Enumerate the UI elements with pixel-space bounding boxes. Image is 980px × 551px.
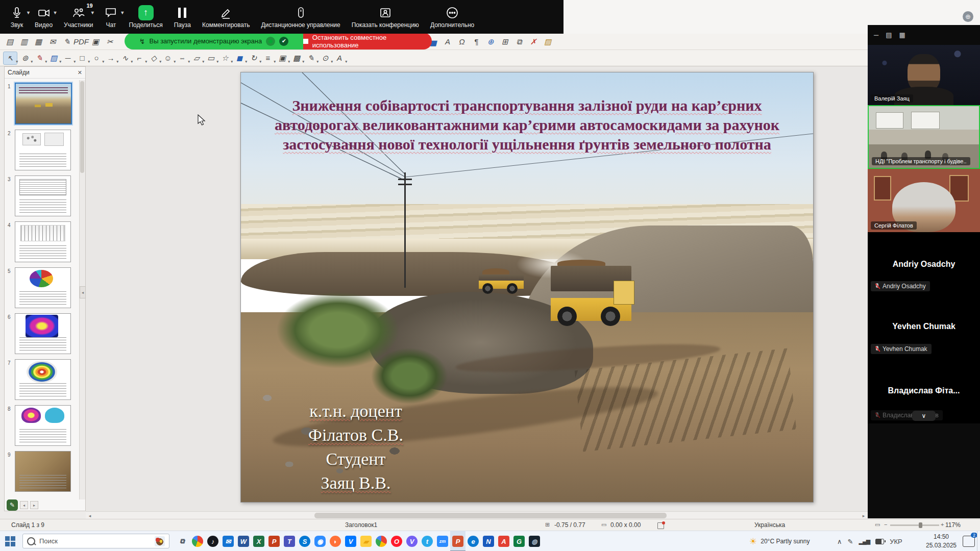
mail-app-icon[interactable]: ✉ bbox=[220, 531, 236, 551]
flowchart-icon[interactable]: ▱▾ bbox=[190, 52, 203, 64]
green-app-icon[interactable]: G bbox=[511, 531, 527, 551]
extrusion-icon[interactable]: ◼▾ bbox=[233, 52, 246, 64]
edit-mode-pencil-icon[interactable]: ✎ bbox=[7, 499, 18, 511]
rotate-icon[interactable]: ↻▾ bbox=[247, 52, 260, 64]
formatting-marks-icon[interactable]: ¶ bbox=[470, 36, 483, 48]
pen-icon[interactable]: ✎ bbox=[848, 538, 853, 545]
skype-icon[interactable]: S bbox=[297, 531, 312, 551]
chrome-icon[interactable] bbox=[374, 531, 389, 551]
audio-button[interactable]: ▾ Звук bbox=[7, 5, 27, 30]
table-icon[interactable]: ⊞ bbox=[498, 36, 511, 48]
powerpoint-icon[interactable]: P bbox=[266, 531, 282, 551]
scroll-left-icon[interactable]: ◂ bbox=[86, 512, 94, 519]
firefox-icon[interactable]: ◗ bbox=[328, 531, 343, 551]
video-tile[interactable]: Andriy Osadchy Andriy Osadchy bbox=[868, 232, 980, 294]
video-tile[interactable]: Yevhen Chumak Yevhen Chumak bbox=[868, 294, 980, 357]
zoom-in-icon[interactable]: + bbox=[941, 521, 944, 528]
scroll-right-icon[interactable]: ▸ bbox=[30, 501, 38, 509]
globe-icon[interactable]: ⊕ bbox=[963, 11, 973, 22]
pdf-app-icon[interactable]: A bbox=[496, 531, 511, 551]
excel-icon[interactable]: X bbox=[251, 531, 266, 551]
zoom-slider-thumb[interactable] bbox=[919, 522, 922, 528]
notes-app-icon[interactable]: N bbox=[481, 531, 496, 551]
arrange-icon[interactable]: ▣▾ bbox=[276, 52, 289, 64]
video-tile[interactable]: Валерій Заяц bbox=[868, 45, 980, 105]
annotate-button[interactable]: Комментировать bbox=[199, 5, 253, 30]
email-icon[interactable]: ✉ bbox=[46, 36, 59, 48]
line-color-icon[interactable]: ✎▾ bbox=[33, 52, 46, 64]
eye-icon[interactable]: ◉ bbox=[266, 37, 275, 46]
search-input[interactable]: Поиск bbox=[22, 534, 169, 548]
pause-share-button[interactable]: Пауза bbox=[171, 5, 194, 30]
slide-thumbnail-9[interactable]: 9 bbox=[5, 448, 79, 494]
select-icon[interactable]: ↖▾ bbox=[3, 52, 17, 65]
slide-thumbnail-4[interactable]: 4 bbox=[5, 219, 79, 265]
minimize-icon[interactable]: ─ bbox=[874, 31, 878, 39]
cut-icon[interactable]: ✂ bbox=[103, 36, 116, 48]
connector-tool-icon[interactable]: ⌐▾ bbox=[133, 52, 146, 64]
scroll-left-icon[interactable]: ◂ bbox=[20, 501, 28, 509]
video-tile-active-speaker[interactable]: НДІ "Проблем транспорту і будіве.. bbox=[868, 105, 980, 169]
music-app-icon[interactable]: ♪ bbox=[205, 531, 220, 551]
taskbar-clock[interactable]: 14:50 25.03.2025 bbox=[922, 533, 961, 550]
show-desktop-button[interactable] bbox=[977, 531, 980, 551]
panel-collapse-arrow[interactable]: ◂ bbox=[80, 286, 86, 298]
vk-icon[interactable]: V bbox=[343, 531, 358, 551]
chevron-up-icon[interactable]: ∧ bbox=[837, 538, 842, 545]
chevron-down-icon[interactable]: ∨ bbox=[912, 411, 936, 421]
start-button[interactable] bbox=[5, 536, 15, 546]
ellipse-tool-icon[interactable]: ○▾ bbox=[90, 52, 103, 64]
language-selector[interactable]: Українська bbox=[754, 521, 785, 529]
viber-icon[interactable]: V bbox=[404, 531, 420, 551]
slide-thumbnail-3[interactable]: 3 bbox=[5, 173, 79, 219]
zoom-level[interactable]: 117% bbox=[945, 521, 961, 529]
chat-button[interactable]: ▾ Чат bbox=[101, 5, 120, 30]
opera-icon[interactable]: O bbox=[389, 531, 404, 551]
clone-formatting-icon[interactable]: ⧉ bbox=[512, 36, 526, 48]
export-pdf-icon[interactable]: PDF bbox=[75, 36, 88, 48]
zoom-app-icon[interactable]: ◉ bbox=[312, 531, 328, 551]
symbol-shapes-icon[interactable]: ☺▾ bbox=[161, 52, 175, 64]
more-button[interactable]: Дополнительно bbox=[427, 5, 477, 30]
insert-note-icon[interactable]: ▨ bbox=[541, 36, 554, 48]
basic-shapes-icon[interactable]: ◇▾ bbox=[147, 52, 160, 64]
participants-button[interactable]: 19 ▾ Участники bbox=[61, 5, 96, 30]
block-arrows-icon[interactable]: ⇔▾ bbox=[176, 52, 189, 64]
new-document-icon[interactable]: ▤ bbox=[3, 36, 16, 48]
text-box-icon[interactable]: A bbox=[441, 36, 454, 48]
slide-thumbnail-8[interactable]: 8 bbox=[5, 403, 79, 448]
points-icon[interactable]: ✎▾ bbox=[304, 52, 317, 64]
battery-icon[interactable] bbox=[875, 539, 884, 544]
slide-thumbnail-5[interactable]: 5 bbox=[5, 265, 79, 311]
show-conference-button[interactable]: Показать конференцию bbox=[349, 5, 422, 30]
folder-icon[interactable]: ▰ bbox=[358, 531, 374, 551]
action-center-icon[interactable]: 2 bbox=[963, 536, 975, 547]
glue-points-icon[interactable]: ⊙▾ bbox=[318, 52, 332, 64]
obs-icon[interactable]: ◍ bbox=[527, 531, 542, 551]
special-character-icon[interactable]: Ω bbox=[455, 36, 469, 48]
fontwork-icon[interactable]: A▾ bbox=[333, 52, 346, 64]
zoom-meeting-icon[interactable]: zm bbox=[435, 531, 450, 551]
edge-icon[interactable]: e bbox=[465, 531, 481, 551]
curve-tool-icon[interactable]: ∿▾ bbox=[118, 52, 132, 64]
impress-active-icon[interactable]: P bbox=[450, 531, 465, 551]
slide-editing-area[interactable]: Зниження собівартості транспортування за… bbox=[240, 72, 814, 503]
scroll-right-icon[interactable]: ▸ bbox=[860, 512, 868, 519]
fill-color-icon[interactable]: ▨▾ bbox=[47, 52, 60, 64]
word-icon[interactable]: W bbox=[236, 531, 251, 551]
remote-control-button[interactable]: Дистанционное управление bbox=[258, 5, 343, 30]
line-tool-icon[interactable]: ─▾ bbox=[61, 52, 75, 64]
save-icon[interactable]: ▦ bbox=[32, 36, 45, 48]
callout-icon[interactable]: ▭▾ bbox=[204, 52, 217, 64]
chrome-icon[interactable] bbox=[190, 531, 205, 551]
video-button[interactable]: ▾ Видео bbox=[32, 5, 56, 30]
security-shield-icon[interactable]: ✔ bbox=[279, 37, 288, 46]
slide-thumbnail-1[interactable]: 1 bbox=[5, 80, 79, 127]
shadow-icon[interactable]: ▩▾ bbox=[290, 52, 303, 64]
star-shapes-icon[interactable]: ☆▾ bbox=[218, 52, 232, 64]
language-indicator[interactable]: УКР bbox=[890, 538, 902, 545]
network-icon[interactable]: ▂▄▆ bbox=[859, 538, 870, 545]
edit-file-icon[interactable]: ✎ bbox=[60, 36, 74, 48]
share-screen-button[interactable]: ↑ Поделиться bbox=[126, 5, 165, 30]
unsaved-changes-icon[interactable] bbox=[657, 522, 664, 529]
